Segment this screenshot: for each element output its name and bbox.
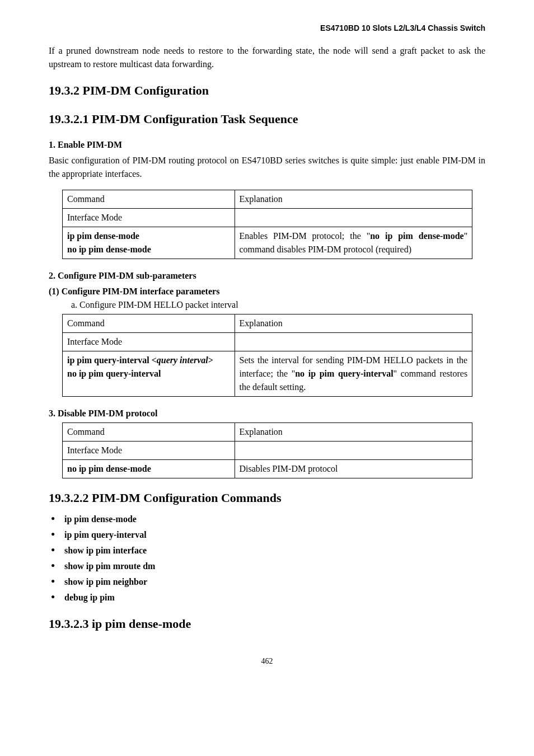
command-bullet-list: ip pim dense-mode ip pim query-interval … xyxy=(49,513,485,604)
list-item: show ip pim mroute dm xyxy=(49,560,485,573)
disable-pimdm-head: 3. Disable PIM-DM protocol xyxy=(49,407,485,420)
cell-empty xyxy=(235,442,472,460)
cell-command-head: Command xyxy=(63,314,235,333)
cell-empty xyxy=(235,333,472,351)
heading-19-3-2-1: 19.3.2.1 PIM-DM Configuration Task Seque… xyxy=(49,110,485,128)
cell-interface-mode: Interface Mode xyxy=(63,209,235,227)
enable-pimdm-para: Basic configuration of PIM-DM routing pr… xyxy=(49,154,485,181)
cell-command-head: Command xyxy=(63,423,235,442)
table-row: Interface Mode xyxy=(63,209,472,227)
text-bold: no ip pim query-interval xyxy=(295,369,393,378)
cell-explanation: Sets the interval for sending PIM-DM HEL… xyxy=(235,351,472,397)
text-bold-italic: query interval xyxy=(157,355,208,365)
cell-explanation-head: Explanation xyxy=(235,423,472,442)
text-bold: > xyxy=(208,355,213,365)
configure-hello-interval: a. Configure PIM-DM HELLO packet interva… xyxy=(49,298,485,312)
list-item: ip pim dense-mode xyxy=(49,513,485,526)
list-item: show ip pim interface xyxy=(49,544,485,557)
cmd-line: ip pim dense-mode xyxy=(67,229,230,243)
cell-explanation: Disables PIM-DM protocol xyxy=(235,460,472,478)
cmd-line: no ip pim query-interval xyxy=(67,367,230,381)
list-item: ip pim query-interval xyxy=(49,528,485,542)
cell-empty xyxy=(235,209,472,227)
intro-paragraph: If a pruned downstream node needs to res… xyxy=(49,44,485,71)
table-row: Command Explanation xyxy=(63,423,472,442)
query-interval-table: Command Explanation Interface Mode ip pi… xyxy=(62,314,472,397)
table-row: Interface Mode xyxy=(63,333,472,351)
doc-header: ES4710BD 10 Slots L2/L3/L4 Chassis Switc… xyxy=(49,22,485,34)
text-bold: no ip pim dense-mode xyxy=(370,231,464,241)
heading-19-3-2: 19.3.2 PIM-DM Configuration xyxy=(49,81,485,100)
text-fragment: Enables PIM-DM protocol; the " xyxy=(240,231,371,241)
enable-pimdm-table: Command Explanation Interface Mode ip pi… xyxy=(62,190,472,259)
heading-19-3-2-3: 19.3.2.3 ip pim dense-mode xyxy=(49,614,485,633)
cell-interface-mode: Interface Mode xyxy=(63,333,235,351)
table-row: no ip pim dense-mode Disables PIM-DM pro… xyxy=(63,460,472,478)
table-row: Command Explanation xyxy=(63,190,472,209)
cell-command: ip pim query-interval <query interval> n… xyxy=(63,351,235,397)
cmd-line: no ip pim dense-mode xyxy=(67,243,230,256)
enable-pimdm-head: 1. Enable PIM-DM xyxy=(49,138,485,152)
list-item: show ip pim neighbor xyxy=(49,575,485,589)
cell-command: no ip pim dense-mode xyxy=(63,460,235,478)
page-number: 462 xyxy=(49,655,485,667)
table-row: ip pim dense-mode no ip pim dense-mode E… xyxy=(63,227,472,259)
cell-explanation: Enables PIM-DM protocol; the "no ip pim … xyxy=(235,227,472,259)
configure-subparams-head: 2. Configure PIM-DM sub-parameters xyxy=(49,269,485,283)
cell-explanation-head: Explanation xyxy=(235,314,472,333)
cmd-line: ip pim query-interval <query interval> xyxy=(67,354,230,367)
cell-interface-mode: Interface Mode xyxy=(63,442,235,460)
table-row: ip pim query-interval <query interval> n… xyxy=(63,351,472,397)
table-row: Command Explanation xyxy=(63,314,472,333)
cell-command: ip pim dense-mode no ip pim dense-mode xyxy=(63,227,235,259)
cell-command-head: Command xyxy=(63,190,235,209)
configure-interface-params: (1) Configure PIM-DM interface parameter… xyxy=(49,285,485,298)
table-row: Interface Mode xyxy=(63,442,472,460)
disable-pimdm-table: Command Explanation Interface Mode no ip… xyxy=(62,422,472,478)
text-bold: ip pim query-interval < xyxy=(67,355,157,365)
list-item: debug ip pim xyxy=(49,591,485,604)
cell-explanation-head: Explanation xyxy=(235,190,472,209)
heading-19-3-2-2: 19.3.2.2 PIM-DM Configuration Commands xyxy=(49,489,485,507)
